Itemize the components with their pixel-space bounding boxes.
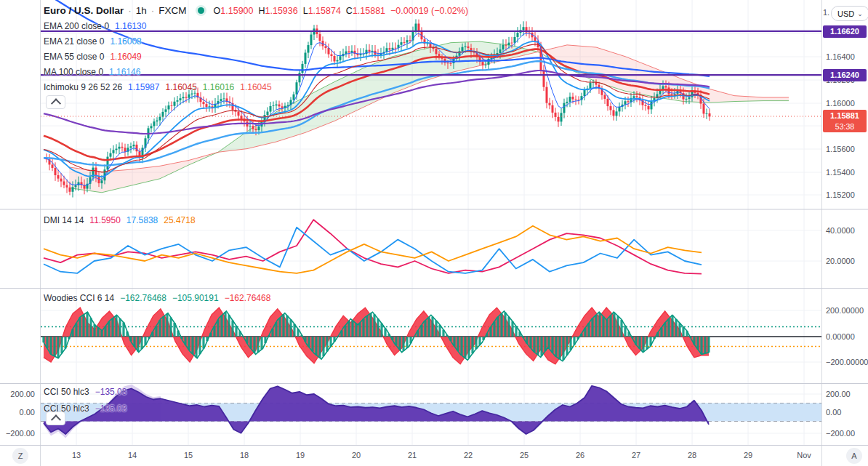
indicator-legend-row[interactable]: Ichimoku 9 26 52 261.159871.160451.16016… bbox=[44, 81, 272, 93]
currency-toggle-button[interactable]: USD ⌄ bbox=[831, 6, 868, 21]
price-tick-label: 1.16400 bbox=[826, 52, 855, 61]
exchange-label[interactable]: FXCM bbox=[158, 5, 186, 16]
header-separator: · bbox=[128, 5, 132, 16]
timezone-button-label: Z bbox=[18, 451, 23, 460]
bar-countdown: 53:38 bbox=[823, 121, 867, 132]
indicator-value: 1.16045 bbox=[240, 82, 271, 92]
indicator-title: MA 100 close 0 bbox=[44, 67, 103, 77]
dmi-adx-line bbox=[44, 226, 702, 273]
indicator-value: 1.16016 bbox=[203, 82, 234, 92]
indicator-value: 1.16130 bbox=[115, 21, 146, 31]
ohlc-values: O1.15900H1.15936L1.15874C1.15881−0.00019… bbox=[214, 6, 469, 16]
indicator-value: −135.03 bbox=[95, 403, 127, 414]
indicator-title: CCI 50 hlc3 bbox=[44, 387, 89, 397]
indicator-legend-row[interactable]: Woodies CCI 6 14−162.76468−105.90191−162… bbox=[44, 292, 270, 304]
indicator-value: 25.4718 bbox=[164, 215, 195, 225]
indicator-title: CCI 50 hlc3 bbox=[44, 403, 89, 414]
woodies-tick-label: 0.00000 bbox=[826, 332, 855, 341]
time-tick-label[interactable]: Nov bbox=[789, 451, 819, 459]
symbol-header: Euro / U.S. Dollar · 1h · FXCM O1.15900H… bbox=[44, 5, 468, 16]
indicator-value: 1.15987 bbox=[128, 82, 159, 92]
interval-label[interactable]: 1h bbox=[136, 5, 147, 16]
dmi-tick-label: 40.0000 bbox=[826, 226, 855, 235]
auto-scale-button[interactable]: A bbox=[846, 448, 862, 464]
current-price-label: 1.1588153:38 bbox=[823, 110, 867, 132]
indicator-title: Woodies CCI 6 14 bbox=[44, 293, 114, 303]
ohlc-item: H1.15936 bbox=[258, 6, 297, 16]
indicator-value: 1.16049 bbox=[110, 52, 141, 62]
indicator-legend-row[interactable]: CCI 50 hlc3−135.03 bbox=[44, 385, 126, 398]
dmi-tick-label: 20.0000 bbox=[826, 257, 855, 265]
time-tick-label[interactable]: 15 bbox=[174, 451, 203, 459]
symbol-title[interactable]: Euro / U.S. Dollar bbox=[44, 5, 124, 16]
indicator-value: −162.76468 bbox=[225, 293, 271, 303]
time-tick-label[interactable]: 25 bbox=[510, 451, 539, 459]
indicator-legend-row[interactable]: EMA 200 close 01.16130 bbox=[44, 20, 146, 32]
indicator-value: −135.03 bbox=[95, 387, 127, 397]
time-tick-label[interactable]: 26 bbox=[566, 451, 595, 459]
dmi-di-minus-line bbox=[44, 220, 702, 273]
indicator-value: −162.76468 bbox=[120, 293, 166, 303]
dmi-di-plus-line bbox=[44, 228, 702, 273]
cci-tick-label: 0.00 bbox=[0, 408, 35, 417]
indicator-value: 17.5838 bbox=[126, 215, 158, 225]
indicator-value: −105.90191 bbox=[172, 293, 219, 303]
ohlc-item: L1.15874 bbox=[303, 6, 341, 16]
woodies-pane[interactable] bbox=[41, 308, 821, 364]
indicator-legend-row[interactable]: EMA 21 close 01.16008 bbox=[44, 35, 142, 47]
indicator-legend-row[interactable]: MA 100 close 01.16146 bbox=[44, 65, 140, 78]
time-tick-label[interactable]: 22 bbox=[454, 451, 483, 459]
price-tick-label: 1.16000 bbox=[826, 99, 855, 108]
main-pane[interactable] bbox=[41, 0, 821, 198]
chevron-up-icon bbox=[50, 98, 60, 108]
current-price-value: 1.15881 bbox=[823, 111, 867, 121]
line-price-label: 1.16240 bbox=[823, 69, 867, 81]
cci-pane[interactable] bbox=[41, 385, 821, 438]
indicator-title: DMI 14 14 bbox=[44, 215, 84, 225]
chevron-up-icon bbox=[50, 414, 60, 425]
cci-tick-label: −200.00 bbox=[826, 429, 855, 438]
time-tick-label[interactable]: 20 bbox=[342, 451, 371, 459]
timezone-button[interactable]: Z bbox=[12, 448, 28, 464]
auto-scale-button-label: A bbox=[851, 451, 856, 460]
time-tick-label[interactable]: 19 bbox=[286, 451, 315, 459]
price-tick-label: 1.15200 bbox=[826, 190, 855, 199]
woodies-tick-label: −200.00000 bbox=[826, 358, 868, 366]
price-tick-label: 1.15600 bbox=[826, 145, 855, 153]
ichimoku-cloud bbox=[69, 41, 789, 193]
indicator-legend-row[interactable]: CCI 50 hlc3−135.03 bbox=[44, 402, 126, 414]
cci-tick-label: 0.00 bbox=[826, 408, 841, 417]
time-tick-label[interactable]: 29 bbox=[734, 451, 763, 459]
indicator-value: 1.16008 bbox=[110, 36, 141, 47]
time-tick-label[interactable]: 13 bbox=[62, 451, 91, 459]
market-status-icon[interactable] bbox=[198, 7, 204, 14]
indicator-title: EMA 55 close 0 bbox=[44, 52, 104, 62]
indicator-title: EMA 200 close 0 bbox=[44, 21, 109, 31]
time-tick-label[interactable]: 18 bbox=[230, 451, 259, 459]
indicator-title: Ichimoku 9 26 52 26 bbox=[44, 82, 122, 92]
indicator-title: EMA 21 close 0 bbox=[44, 36, 104, 47]
currency-label: USD bbox=[837, 9, 854, 18]
price-scale-prefix: 1. bbox=[823, 8, 829, 17]
change-value: −0.00019 (−0.02%) bbox=[390, 6, 468, 16]
chevron-down-icon: ⌄ bbox=[857, 10, 863, 17]
indicator-value: 11.5950 bbox=[89, 215, 121, 225]
ohlc-item: C1.15881 bbox=[346, 6, 385, 16]
cci-tick-label: 200.00 bbox=[0, 390, 35, 398]
time-tick-label[interactable]: 27 bbox=[622, 451, 651, 459]
line-price-label: 1.16620 bbox=[823, 25, 867, 38]
collapse-pane-button[interactable] bbox=[46, 95, 65, 109]
dmi-pane[interactable] bbox=[44, 220, 702, 273]
cci-tick-label: 200.00 bbox=[826, 390, 851, 398]
time-tick-label[interactable]: 14 bbox=[118, 451, 147, 459]
indicator-legend-row[interactable]: DMI 14 1411.595017.583825.4718 bbox=[44, 214, 196, 226]
indicator-legend-row[interactable]: EMA 55 close 01.16049 bbox=[44, 50, 142, 63]
price-tick-label: 1.15400 bbox=[826, 168, 855, 177]
woodies-tick-label: 200.00000 bbox=[826, 306, 864, 315]
header-separator: · bbox=[151, 5, 155, 16]
time-tick-label[interactable]: 21 bbox=[398, 451, 427, 459]
indicator-value: 1.16146 bbox=[109, 67, 140, 77]
ohlc-item: O1.15900 bbox=[214, 6, 254, 16]
cci-tick-label: −200.00 bbox=[0, 429, 35, 438]
time-tick-label[interactable]: 28 bbox=[678, 451, 707, 459]
